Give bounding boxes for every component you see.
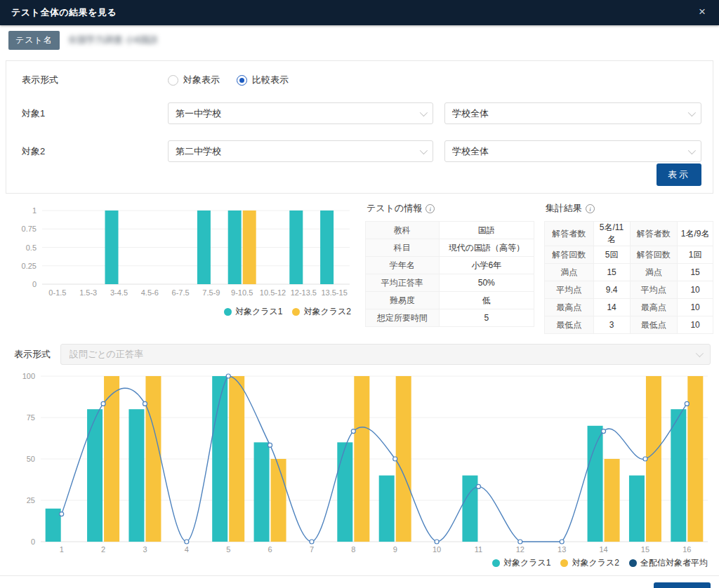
cell-value: 15 bbox=[593, 264, 630, 281]
class1-dot-icon bbox=[224, 308, 232, 316]
svg-text:0: 0 bbox=[32, 280, 37, 288]
info-icon[interactable]: i bbox=[586, 204, 595, 213]
modal-footer: 閉じる bbox=[0, 575, 719, 588]
class2-dot-icon bbox=[560, 559, 568, 567]
cell-value: 小学6年 bbox=[439, 257, 534, 274]
cell-label: 満点 bbox=[630, 264, 678, 281]
test-name-row: テスト名 全国学力調査 小6国語 bbox=[0, 25, 719, 55]
score-chart-legend: 対象クラス1 対象クラス2 bbox=[17, 306, 355, 318]
svg-text:16: 16 bbox=[682, 545, 691, 554]
svg-text:50: 50 bbox=[27, 455, 35, 463]
svg-text:25: 25 bbox=[27, 496, 35, 505]
radio-selected-icon[interactable] bbox=[237, 75, 247, 86]
legend-class1: 対象クラス1 bbox=[224, 306, 283, 318]
cell-value: 3 bbox=[593, 316, 630, 334]
svg-text:3-4.5: 3-4.5 bbox=[110, 288, 128, 297]
svg-text:7.5-9: 7.5-9 bbox=[202, 288, 220, 297]
svg-text:4.5-6: 4.5-6 bbox=[141, 288, 159, 297]
table-row: 解答者数5名/11名解答者数1名/9名 bbox=[545, 222, 713, 246]
mid-section: 00.250.50.7510-1.51.5-33-4.54.5-66-7.57.… bbox=[0, 194, 719, 334]
cell-label: 解答者数 bbox=[545, 222, 594, 246]
display-settings-panel: 表示形式 対象表示 比較表示 対象1 第一中学校 学校全体 bbox=[6, 60, 713, 194]
svg-text:15: 15 bbox=[641, 545, 649, 554]
info-icon[interactable]: i bbox=[426, 204, 435, 213]
table-row: 学年名小学6年 bbox=[366, 257, 534, 274]
show-button[interactable]: 表示 bbox=[657, 163, 701, 186]
svg-text:3: 3 bbox=[143, 545, 147, 554]
modal-header: テスト全体の結果を見る × bbox=[0, 0, 719, 25]
svg-text:11: 11 bbox=[475, 545, 482, 554]
cell-label: 想定所要時間 bbox=[366, 309, 440, 327]
cell-label: 最低点 bbox=[630, 316, 678, 334]
table-row: 平均点9.4平均点10 bbox=[545, 281, 713, 299]
svg-text:9: 9 bbox=[393, 545, 397, 554]
summary-table: 解答者数5名/11名解答者数1名/9名解答回数5回解答回数1回満点15満点15平… bbox=[544, 221, 713, 334]
svg-text:9-10.5: 9-10.5 bbox=[231, 288, 253, 297]
legend-class2: 対象クラス2 bbox=[560, 557, 619, 569]
cell-label: 平均正答率 bbox=[366, 274, 440, 292]
radio-unselected-icon[interactable] bbox=[168, 75, 178, 86]
radio-target-display[interactable]: 対象表示 bbox=[168, 74, 220, 86]
close-icon[interactable]: × bbox=[695, 5, 709, 19]
test-name-badge: テスト名 bbox=[8, 31, 60, 50]
question-rate-chart[interactable]: 025507510012345678910111213141516 bbox=[7, 366, 712, 554]
close-button[interactable]: 閉じる bbox=[654, 582, 711, 588]
display-format-label: 表示形式 bbox=[22, 74, 168, 86]
cell-value: 5 bbox=[439, 309, 534, 327]
target1-scope-select[interactable]: 学校全体 bbox=[444, 102, 701, 124]
bottom-format-label: 表示形式 bbox=[14, 348, 51, 361]
chevron-down-icon bbox=[696, 349, 704, 357]
chevron-down-icon bbox=[688, 108, 696, 116]
test-name-value: 全国学力調査 小6国語 bbox=[68, 34, 158, 46]
display-format-row: 表示形式 対象表示 比較表示 bbox=[22, 74, 701, 86]
svg-text:10.5-12: 10.5-12 bbox=[260, 288, 286, 297]
svg-text:8: 8 bbox=[351, 545, 355, 554]
test-results-modal: テスト全体の結果を見る × テスト名 全国学力調査 小6国語 表示形式 対象表示… bbox=[0, 0, 719, 588]
table-row: 平均正答率50% bbox=[366, 274, 534, 292]
svg-text:1: 1 bbox=[32, 206, 37, 215]
class1-dot-icon bbox=[492, 559, 500, 567]
target1-row: 対象1 第一中学校 学校全体 bbox=[22, 102, 701, 124]
table-row: 想定所要時間5 bbox=[366, 309, 534, 327]
display-format-radio-group: 対象表示 比較表示 bbox=[168, 74, 289, 86]
svg-text:100: 100 bbox=[22, 372, 35, 380]
svg-text:4: 4 bbox=[185, 545, 189, 554]
svg-text:0.5: 0.5 bbox=[26, 243, 37, 252]
target2-school-select[interactable]: 第二中学校 bbox=[168, 140, 433, 162]
svg-text:6: 6 bbox=[268, 545, 272, 554]
test-info-table: 教科国語科目現代の国語（高等）学年名小学6年平均正答率50%難易度低想定所要時間… bbox=[365, 221, 534, 327]
target2-scope-select[interactable]: 学校全体 bbox=[444, 140, 701, 162]
cell-label: 最低点 bbox=[545, 316, 594, 334]
cell-value: 低 bbox=[439, 292, 534, 309]
table-row: 難易度低 bbox=[366, 292, 534, 309]
cell-label: 平均点 bbox=[630, 281, 678, 299]
svg-text:14: 14 bbox=[599, 545, 607, 554]
svg-text:0.25: 0.25 bbox=[22, 262, 37, 270]
svg-text:12: 12 bbox=[516, 545, 525, 554]
average-dot-icon bbox=[629, 559, 637, 567]
svg-text:10: 10 bbox=[433, 545, 441, 554]
legend-class2: 対象クラス2 bbox=[292, 306, 351, 318]
question-rate-select[interactable]: 設問ごとの正答率 bbox=[60, 344, 711, 365]
svg-text:2: 2 bbox=[101, 545, 105, 554]
table-row: 解答回数5回解答回数1回 bbox=[545, 246, 713, 264]
svg-text:75: 75 bbox=[27, 413, 35, 422]
cell-value: 10 bbox=[678, 299, 713, 316]
target1-school-select[interactable]: 第一中学校 bbox=[168, 102, 433, 124]
svg-text:1: 1 bbox=[60, 545, 64, 554]
cell-label: 平均点 bbox=[545, 281, 594, 299]
question-chart-legend: 対象クラス1 対象クラス2 全配信対象者平均 bbox=[0, 557, 708, 569]
summary-title: 集計結果 i bbox=[546, 202, 713, 215]
cell-label: 最高点 bbox=[545, 299, 594, 316]
score-distribution-chart[interactable]: 00.250.50.7510-1.51.5-33-4.54.5-66-7.57.… bbox=[17, 201, 355, 300]
chevron-down-icon bbox=[420, 108, 428, 116]
question-rate-block: 025507510012345678910111213141516 bbox=[7, 366, 712, 557]
cell-label: 解答者数 bbox=[630, 222, 678, 246]
radio-compare-display[interactable]: 比較表示 bbox=[237, 74, 289, 86]
svg-text:0-1.5: 0-1.5 bbox=[48, 288, 66, 297]
cell-value: 1回 bbox=[678, 246, 713, 264]
legend-average: 全配信対象者平均 bbox=[629, 557, 708, 569]
svg-text:6-7.5: 6-7.5 bbox=[172, 288, 190, 297]
summary-block: 集計結果 i 解答者数5名/11名解答者数1名/9名解答回数5回解答回数1回満点… bbox=[544, 201, 713, 334]
svg-text:1.5-3: 1.5-3 bbox=[79, 288, 97, 297]
